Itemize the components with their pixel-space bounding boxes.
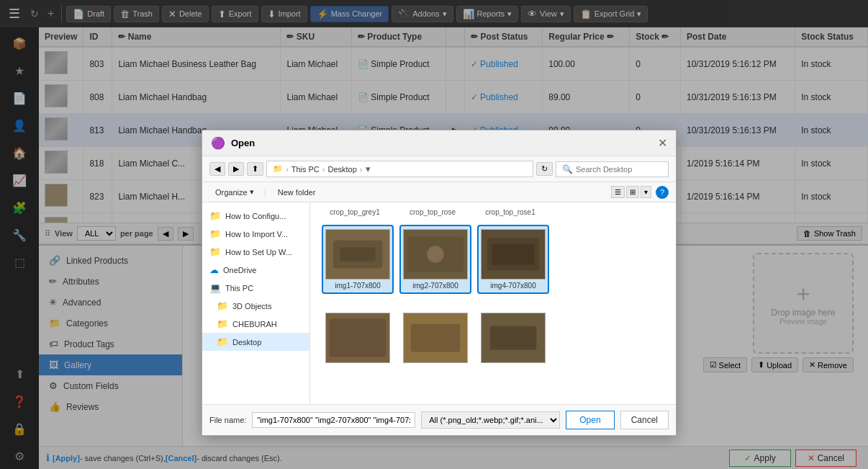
sidebar-item-cheburah[interactable]: 📁 CHEBURAH: [202, 315, 309, 333]
svg-rect-10: [330, 319, 386, 357]
search-box: 🔍: [556, 161, 669, 177]
folder-icon: 📁: [217, 300, 228, 311]
file-thumb-img5[interactable]: [322, 308, 394, 367]
folder-icon: 📁: [217, 318, 228, 329]
dialog-title-bar: 🟣 Open ✕: [202, 130, 676, 156]
sidebar-item-3d-objects[interactable]: 📁 3D Objects: [202, 297, 309, 315]
svg-rect-14: [490, 326, 537, 349]
nav-back-button[interactable]: ◀: [209, 162, 225, 176]
svg-rect-12: [411, 323, 460, 352]
filename-label: File name:: [209, 416, 246, 424]
file-label-2: crop_top_rose: [397, 208, 469, 216]
file-thumb-img6[interactable]: [399, 308, 471, 367]
breadcrumb-bar: 📁 › This PC › Desktop › ▾: [266, 161, 533, 177]
sidebar-item-this-pc[interactable]: 💻 This PC: [202, 279, 309, 297]
thumb-image-5: [325, 313, 390, 363]
dialog-nav-bar: ◀ ▶ ⬆ 📁 › This PC › Desktop › ▾ ↻ 🔍: [202, 156, 676, 182]
dialog-bottom: File name: All (*.png_old;*.webp;*.gif;*…: [202, 404, 676, 435]
nav-up-button[interactable]: ⬆: [247, 162, 263, 176]
svg-rect-2: [340, 247, 376, 262]
thumb-image-6: [403, 313, 468, 363]
file-thumb-img2[interactable]: img2-707x800: [399, 225, 471, 294]
dialog-open-button[interactable]: Open: [566, 411, 614, 429]
svg-point-5: [427, 246, 443, 262]
thumb-image-4: [481, 229, 546, 280]
file-dialog: 🟣 Open ✕ ◀ ▶ ⬆ 📁 › This PC › Desktop › ▾…: [202, 130, 677, 436]
view-grid-button[interactable]: ⊞: [626, 186, 639, 198]
thumb-image-7: [481, 313, 546, 363]
file-dialog-overlay: 🟣 Open ✕ ◀ ▶ ⬆ 📁 › This PC › Desktop › ▾…: [0, 0, 868, 469]
thumb-image-1: [325, 229, 390, 280]
file-thumb-img4[interactable]: img4-707x800: [477, 225, 549, 294]
filetype-select[interactable]: All (*.png_old;*.webp;*.gif;*.ani...: [421, 411, 560, 429]
folder-icon: 📁: [209, 210, 221, 221]
help-button[interactable]: ?: [656, 186, 669, 199]
breadcrumb-folder-icon: 📁: [273, 164, 283, 174]
pc-icon: 💻: [209, 282, 221, 293]
sidebar-item-desktop[interactable]: 📁 Desktop: [202, 333, 309, 351]
sidebar-item-how-to-config[interactable]: 📁 How to Configu...: [202, 207, 309, 225]
file-grid: img1-707x800 img2-707x800: [316, 219, 670, 300]
search-input[interactable]: [576, 165, 662, 174]
dialog-title: Open: [231, 138, 652, 148]
file-labels-row: crop_top_grey1 crop_top_rose crop_top_ro…: [316, 208, 670, 216]
dialog-title-icon: 🟣: [211, 136, 225, 150]
file-grid-toolbar: Organize ▾ | New folder ☰ ⊞ ▾ ?: [202, 182, 676, 202]
dialog-cancel-button[interactable]: Cancel: [620, 411, 669, 429]
thumb-label-1: img1-707x800: [335, 282, 380, 290]
file-grid-bottom: [316, 303, 670, 373]
thumb-label-4: img4-707x800: [490, 282, 535, 290]
file-thumb-img7[interactable]: [477, 308, 549, 367]
sidebar-item-onedrive[interactable]: ☁ OneDrive: [202, 261, 309, 279]
dialog-refresh-button[interactable]: ↻: [536, 162, 553, 176]
thumb-label-2: img2-707x800: [412, 282, 458, 290]
breadcrumb-this-pc[interactable]: This PC: [291, 165, 320, 174]
new-folder-button[interactable]: New folder: [271, 186, 323, 199]
file-thumb-img1[interactable]: img1-707x800: [322, 225, 394, 294]
onedrive-icon: ☁: [209, 264, 219, 275]
dialog-content: 📁 How to Configu... 📁 How to Import V...…: [202, 202, 676, 404]
view-list-button[interactable]: ☰: [611, 186, 625, 198]
search-icon: 🔍: [562, 164, 573, 174]
organize-button[interactable]: Organize ▾: [209, 185, 260, 199]
svg-rect-8: [492, 244, 535, 264]
dialog-close-button[interactable]: ✕: [658, 136, 667, 150]
organize-chevron: ▾: [250, 187, 254, 197]
folder-icon: 📁: [209, 246, 221, 257]
file-label-3: crop_top_rose1: [474, 208, 546, 216]
sidebar-item-how-to-setup[interactable]: 📁 How to Set Up W...: [202, 243, 309, 261]
breadcrumb-dropdown-button[interactable]: ▾: [366, 164, 371, 174]
thumb-image-2: [403, 229, 468, 280]
folder-icon: 📁: [217, 336, 228, 347]
sidebar-item-how-to-import[interactable]: 📁 How to Import V...: [202, 225, 309, 243]
file-label-1: crop_top_grey1: [319, 208, 391, 216]
view-dropdown-button[interactable]: ▾: [641, 186, 651, 198]
breadcrumb-desktop[interactable]: Desktop: [327, 165, 356, 174]
view-icons: ☰ ⊞ ▾: [611, 186, 651, 198]
dialog-file-area: crop_top_grey1 crop_top_rose crop_top_ro…: [310, 202, 676, 404]
dialog-sidebar: 📁 How to Configu... 📁 How to Import V...…: [202, 202, 310, 404]
filename-input[interactable]: [252, 412, 415, 428]
folder-icon: 📁: [209, 228, 221, 239]
nav-forward-button[interactable]: ▶: [228, 162, 244, 176]
